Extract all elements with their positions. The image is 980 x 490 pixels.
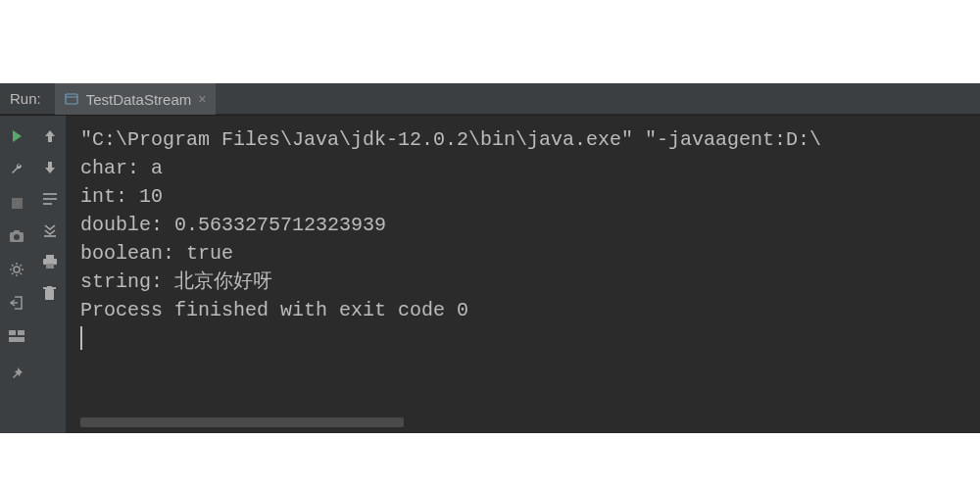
exit-icon[interactable]	[6, 292, 27, 314]
scroll-to-end-icon[interactable]	[39, 220, 61, 241]
horizontal-scrollbar-thumb[interactable]	[80, 417, 404, 427]
svg-line-12	[21, 273, 23, 275]
run-gutter-right	[33, 116, 67, 433]
console-line: Process finished with exit code 0	[80, 296, 966, 324]
whitespace-top	[0, 0, 980, 83]
svg-rect-15	[9, 330, 16, 335]
console-line: char: a	[80, 154, 966, 182]
console-line: string: 北京你好呀	[80, 268, 966, 296]
console-line: boolean: true	[80, 239, 966, 268]
whitespace-bottom	[0, 433, 980, 490]
print-icon[interactable]	[39, 251, 61, 272]
pin-icon[interactable]	[6, 363, 27, 384]
text-cursor	[80, 326, 966, 350]
close-icon[interactable]: ×	[198, 91, 206, 107]
svg-rect-2	[12, 198, 23, 209]
svg-line-11	[12, 265, 14, 267]
console-line: double: 0.5633275712323939	[80, 211, 966, 239]
run-icon[interactable]	[6, 125, 27, 147]
console-line: int: 10	[80, 182, 966, 211]
run-tab-bar: Run: TestDataStream ×	[0, 83, 980, 115]
java-run-config-icon	[65, 92, 80, 106]
camera-icon[interactable]	[6, 225, 27, 247]
down-arrow-icon[interactable]	[39, 157, 61, 178]
svg-point-5	[14, 234, 20, 240]
stop-icon[interactable]	[6, 192, 27, 214]
layout-icon[interactable]	[6, 325, 27, 347]
svg-rect-16	[18, 330, 24, 335]
wrench-icon[interactable]	[6, 159, 27, 180]
run-gutter-left	[0, 116, 33, 433]
svg-rect-22	[46, 255, 54, 259]
tab-label: TestDataStream	[86, 91, 192, 108]
console-output[interactable]: "C:\Program Files\Java\jdk-12.0.2\bin\ja…	[67, 116, 980, 433]
trash-icon[interactable]	[39, 282, 61, 304]
run-tab[interactable]: TestDataStream ×	[55, 83, 217, 115]
run-panel-label: Run:	[10, 90, 41, 107]
svg-rect-4	[14, 230, 20, 233]
console-line: "C:\Program Files\Java\jdk-12.0.2\bin\ja…	[80, 125, 966, 154]
svg-rect-24	[46, 264, 54, 269]
gear-icon[interactable]	[6, 259, 27, 280]
svg-point-6	[14, 267, 20, 272]
up-arrow-icon[interactable]	[39, 125, 61, 147]
svg-line-13	[12, 273, 14, 275]
soft-wrap-icon[interactable]	[39, 188, 61, 210]
svg-rect-25	[45, 289, 54, 300]
run-tool-window: "C:\Program Files\Java\jdk-12.0.2\bin\ja…	[0, 115, 980, 433]
svg-rect-27	[47, 286, 52, 288]
svg-line-14	[21, 265, 23, 267]
svg-rect-17	[9, 337, 24, 342]
svg-rect-0	[66, 94, 77, 104]
